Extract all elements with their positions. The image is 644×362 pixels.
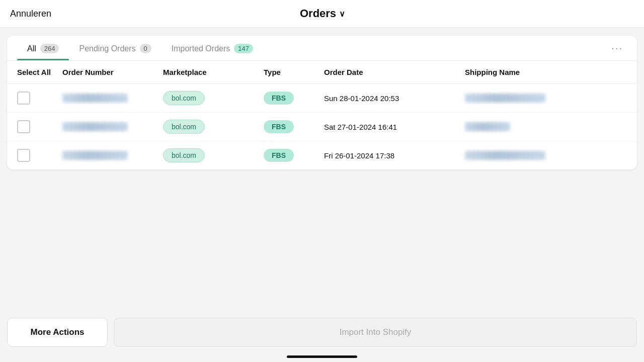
- row1-order-number: [62, 94, 163, 103]
- row3-marketplace-badge: bol.com: [163, 148, 205, 162]
- row1-shipping-name: [465, 94, 627, 103]
- tab-all[interactable]: All 264: [17, 36, 69, 60]
- cancel-button[interactable]: Annuleren: [10, 9, 51, 19]
- row3-type-badge: FBS: [264, 149, 294, 162]
- row1-marketplace: bol.com: [163, 91, 264, 105]
- row1-order-number-blurred: [62, 94, 128, 103]
- table-row: bol.com FBS Sat 27-01-2024 16:41: [7, 113, 637, 141]
- tab-imported-badge: 147: [234, 44, 253, 53]
- tab-all-label: All: [27, 44, 36, 53]
- row2-shipping-blurred: [465, 122, 510, 131]
- row3-order-date: Fri 26-01-2024 17:38: [324, 151, 465, 160]
- row2-order-date: Sat 27-01-2024 16:41: [324, 123, 465, 131]
- tabs-more-button[interactable]: ···: [607, 40, 627, 56]
- tab-all-badge: 264: [40, 44, 59, 53]
- row2-marketplace: bol.com: [163, 120, 264, 134]
- orders-dropdown-chevron[interactable]: ∨: [339, 9, 345, 19]
- row2-checkbox-cell: [17, 120, 62, 133]
- more-actions-button[interactable]: More Actions: [7, 318, 108, 347]
- row2-checkbox[interactable]: [17, 120, 30, 133]
- col-shipping-name: Shipping Name: [465, 68, 627, 76]
- tab-pending-label: Pending Orders: [79, 44, 135, 53]
- orders-card: All 264 Pending Orders 0 Imported Orders…: [7, 36, 637, 169]
- row3-shipping-name: [465, 151, 627, 160]
- page-title: Orders ∨: [300, 7, 345, 20]
- row1-shipping-blurred: [465, 94, 545, 103]
- orders-table: bol.com FBS Sun 28-01-2024 20:53 bol.com…: [7, 84, 637, 169]
- row3-type: FBS: [264, 149, 324, 162]
- row1-type: FBS: [264, 92, 324, 105]
- row3-order-number: [62, 151, 163, 160]
- row3-checkbox-cell: [17, 149, 62, 162]
- row1-type-badge: FBS: [264, 92, 294, 105]
- col-select-all: Select All: [17, 68, 62, 76]
- row3-order-number-blurred: [62, 151, 128, 160]
- header: Annuleren Orders ∨: [0, 0, 644, 28]
- col-marketplace: Marketplace: [163, 68, 264, 76]
- tab-pending[interactable]: Pending Orders 0: [69, 36, 161, 60]
- row2-shipping-name: [465, 122, 627, 131]
- col-order-date: Order Date: [324, 68, 465, 76]
- row3-checkbox[interactable]: [17, 149, 30, 162]
- row1-checkbox-cell: [17, 92, 62, 105]
- tabs-bar: All 264 Pending Orders 0 Imported Orders…: [7, 36, 637, 61]
- import-shopify-button: Import Into Shopify: [114, 318, 637, 347]
- row2-order-number: [62, 122, 163, 131]
- row1-checkbox[interactable]: [17, 92, 30, 105]
- row3-shipping-blurred: [465, 151, 545, 160]
- row2-type: FBS: [264, 120, 324, 133]
- tab-pending-badge: 0: [140, 44, 151, 53]
- row2-type-badge: FBS: [264, 120, 294, 133]
- col-type: Type: [264, 68, 324, 76]
- table-row: bol.com FBS Fri 26-01-2024 17:38: [7, 141, 637, 169]
- row2-order-number-blurred: [62, 122, 128, 131]
- tab-imported[interactable]: Imported Orders 147: [162, 36, 263, 60]
- col-order-number: Order Number: [62, 68, 163, 76]
- table-row: bol.com FBS Sun 28-01-2024 20:53: [7, 84, 637, 113]
- home-indicator: [287, 355, 357, 358]
- table-header: Select All Order Number Marketplace Type…: [7, 61, 637, 84]
- row3-marketplace: bol.com: [163, 148, 264, 162]
- row1-order-date: Sun 28-01-2024 20:53: [324, 94, 465, 103]
- bottom-bar: More Actions Import Into Shopify: [0, 318, 644, 347]
- row2-marketplace-badge: bol.com: [163, 120, 205, 134]
- row1-marketplace-badge: bol.com: [163, 91, 205, 105]
- tab-imported-label: Imported Orders: [172, 44, 230, 53]
